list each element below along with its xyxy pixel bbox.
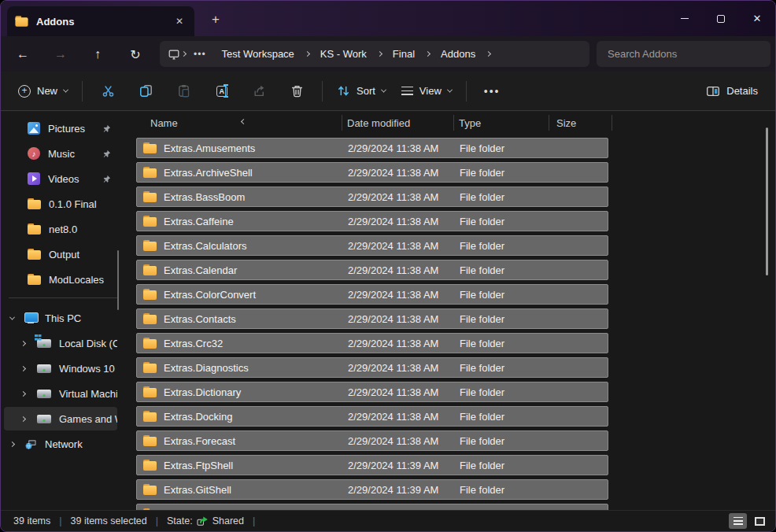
network-icon [24, 438, 37, 450]
breadcrumb-chevron-icon[interactable] [485, 52, 492, 56]
address-bar[interactable]: ••• Test Workspace KS - Work Final Addon… [160, 41, 589, 67]
file-name: Extras.Calculators [164, 240, 246, 252]
file-row[interactable]: Extras.Crc32 2/29/2024 11:38 AM File fol… [136, 333, 608, 353]
sidebar-item-modlocales[interactable]: ModLocales [4, 268, 117, 291]
file-row[interactable]: Extras.Calendar 2/29/2024 11:38 AM File … [136, 260, 608, 280]
file-row[interactable]: Extras.Docking 2/29/2024 11:38 AM File f… [136, 406, 608, 427]
sidebar-item-games-drive[interactable]: Games and Wo [4, 407, 117, 430]
file-type: File folder [455, 484, 550, 496]
file-row[interactable]: Extras.FtpShell 2/29/2024 11:39 AM File … [136, 455, 608, 475]
toolbar-separator [322, 81, 323, 102]
this-pc-icon [24, 312, 37, 323]
column-header-type[interactable]: Type [454, 115, 549, 131]
cut-button[interactable] [95, 79, 120, 104]
file-row[interactable]: Extras.Dictionary 2/29/2024 11:38 AM Fil… [136, 382, 608, 402]
tab-close-icon[interactable]: ✕ [172, 14, 187, 28]
large-icons-view-button[interactable] [751, 513, 769, 529]
tab-addons[interactable]: Addons ✕ [7, 6, 194, 36]
maximize-button[interactable] [703, 1, 739, 36]
breadcrumb-chevron-icon[interactable] [376, 52, 383, 56]
file-row[interactable]: Extras.HttpShell 2/29/2024 11:39 AM File… [136, 504, 608, 510]
file-date-modified: 2/29/2024 11:38 AM [343, 289, 455, 301]
search-input[interactable] [597, 41, 770, 67]
delete-button[interactable] [284, 79, 309, 104]
column-header-name[interactable]: Name [136, 115, 342, 131]
file-type: File folder [455, 142, 550, 154]
sidebar-item-network[interactable]: Network [4, 432, 117, 456]
sidebar-item-net8[interactable]: net8.0 [4, 217, 117, 241]
file-name-cell: Extras.ArchiveShell [137, 167, 343, 179]
folder-icon [143, 411, 157, 422]
rename-button[interactable] [209, 79, 234, 104]
file-type: File folder [455, 216, 550, 227]
new-button[interactable]: New [10, 80, 76, 102]
chevron-collapsed-icon[interactable] [21, 367, 29, 371]
file-name: Extras.Crc32 [164, 338, 223, 349]
breadcrumb-segment[interactable]: Addons [431, 48, 485, 60]
forward-button[interactable]: → [49, 42, 72, 66]
paste-button[interactable] [171, 79, 196, 104]
file-name: Extras.ColorConvert [164, 289, 256, 301]
back-button[interactable]: ← [11, 42, 35, 66]
chevron-collapsed-icon[interactable] [21, 342, 29, 345]
sidebar-item-output[interactable]: Output [4, 242, 117, 266]
sidebar-item-this-pc[interactable]: This PC [4, 306, 117, 330]
file-name-cell: Extras.Caffeine [137, 216, 343, 227]
copy-button[interactable] [133, 79, 158, 104]
breadcrumb-chevron-icon[interactable] [304, 52, 311, 56]
state-label: State: [167, 515, 193, 526]
breadcrumb-segment[interactable]: Test Workspace [212, 48, 304, 60]
new-tab-button[interactable]: + [205, 9, 226, 30]
selected-count: 39 items selected [71, 515, 147, 526]
sidebar-item-windows-10-drive[interactable]: Windows 10 (D [4, 357, 117, 380]
more-options-button[interactable]: ••• [473, 85, 512, 98]
file-type: File folder [455, 240, 550, 252]
breadcrumb-overflow-icon[interactable]: ••• [187, 49, 212, 60]
sidebar-item-virtual-machines-drive[interactable]: Virtual Machin [4, 382, 117, 405]
column-header-date-modified[interactable]: Date modified [342, 115, 454, 131]
sidebar-item-pictures[interactable]: Pictures [4, 116, 117, 140]
breadcrumb-segment[interactable]: KS - Work [311, 48, 376, 60]
file-name: Extras.ArchiveShell [164, 167, 253, 179]
file-rows: Extras.Amusements 2/29/2024 11:38 AM Fil… [136, 138, 775, 510]
file-row[interactable]: Extras.Calculators 2/29/2024 11:38 AM Fi… [136, 235, 608, 256]
sidebar-item-010-final[interactable]: 0.1.0 Final [4, 192, 117, 216]
share-button[interactable] [246, 79, 272, 104]
file-row[interactable]: Extras.BassBoom 2/29/2024 11:38 AM File … [136, 187, 608, 207]
details-pane-button[interactable]: Details [698, 80, 766, 102]
file-row[interactable]: Extras.Caffeine 2/29/2024 11:38 AM File … [136, 211, 608, 231]
breadcrumb-segment[interactable]: Final [383, 48, 424, 60]
file-row[interactable]: Extras.GitShell 2/29/2024 11:39 AM File … [136, 479, 608, 500]
minimize-button[interactable] [667, 1, 703, 36]
column-header-size[interactable]: Size [549, 115, 612, 131]
clipboard-icon [177, 84, 190, 98]
file-row[interactable]: Extras.Amusements 2/29/2024 11:38 AM Fil… [136, 138, 608, 158]
chevron-collapsed-icon[interactable] [21, 417, 29, 421]
os-drive-icon [37, 339, 51, 348]
file-date-modified: 2/29/2024 11:38 AM [343, 313, 455, 325]
sidebar-item-music[interactable]: Music [4, 142, 117, 165]
chevron-collapsed-icon[interactable] [10, 442, 18, 446]
sidebar-scrollbar[interactable] [117, 250, 119, 310]
file-list-scrollbar[interactable] [766, 127, 768, 275]
refresh-button[interactable]: ↻ [124, 42, 147, 66]
chevron-expanded-icon[interactable] [10, 316, 18, 320]
file-row[interactable]: Extras.Forecast 2/29/2024 11:38 AM File … [136, 430, 608, 451]
view-button[interactable]: View [394, 80, 460, 102]
file-type: File folder [455, 362, 550, 374]
close-button[interactable]: ✕ [739, 1, 775, 36]
file-date-modified: 2/29/2024 11:39 AM [343, 460, 455, 471]
up-button[interactable]: ↑ [86, 42, 109, 66]
details-view-button[interactable] [729, 513, 747, 529]
file-row[interactable]: Extras.Contacts 2/29/2024 11:38 AM File … [136, 308, 608, 329]
sidebar-item-local-disk-c[interactable]: Local Disk (C:) [4, 331, 117, 355]
sidebar-item-videos[interactable]: Videos [4, 167, 117, 190]
file-row[interactable]: Extras.ArchiveShell 2/29/2024 11:38 AM F… [136, 162, 608, 183]
file-row[interactable]: Extras.ColorConvert 2/29/2024 11:38 AM F… [136, 284, 608, 305]
folder-icon [143, 313, 157, 324]
folder-icon [28, 249, 41, 260]
chevron-collapsed-icon[interactable] [21, 392, 29, 396]
breadcrumb-chevron-icon[interactable] [424, 52, 431, 56]
file-row[interactable]: Extras.Diagnostics 2/29/2024 11:38 AM Fi… [136, 357, 608, 378]
sort-button[interactable]: Sort [329, 79, 394, 102]
